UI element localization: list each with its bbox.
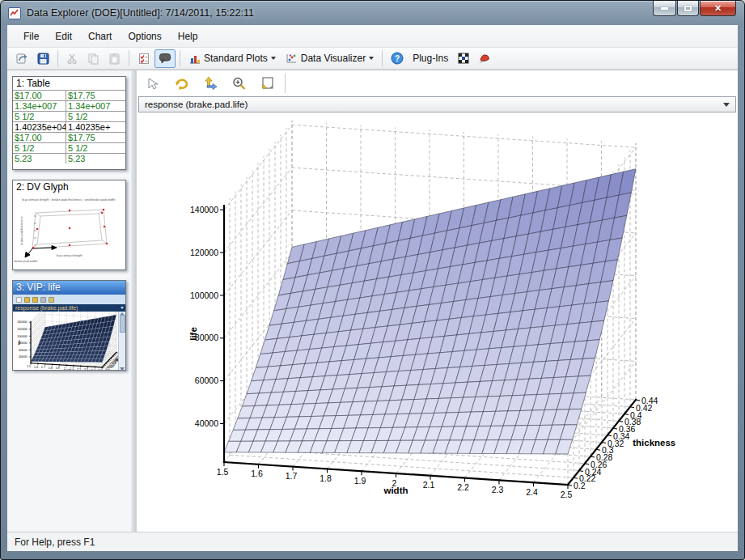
table-row[interactable]: $17.00$17.75 [13,132,125,142]
surface-plugin-button[interactable] [474,49,495,68]
annotation-button[interactable] [155,49,176,68]
paste-button[interactable] [104,49,125,68]
svg-text:1.7: 1.7 [286,471,298,481]
svg-text:2.3: 2.3 [84,368,88,371]
caption-buttons: ✕ [653,1,736,16]
mini-pan-icon [32,297,38,303]
data-visualizer-button[interactable]: Data Visualizer [281,49,378,68]
table-cell: $17.00 [13,133,66,142]
copy-icon [87,53,99,65]
mini-pointer-icon [16,297,22,303]
sidebar-panel-vip-life[interactable]: 3: VIP: life response (brake.pad.life) [12,280,126,371]
titlebar[interactable]: Data Explorer (DOE)[Untitled]: 7/14/2011… [1,1,744,25]
z-axis-label: life [188,327,198,341]
menu-item-file[interactable]: File [15,28,47,45]
scroll-thumb[interactable] [120,315,125,333]
glyph-x-label: b.p.contact.length [57,253,83,257]
rotate-icon [174,76,190,91]
scroll-down-icon[interactable] [120,367,125,371]
grid-matrix-icon [458,53,469,64]
vip-scrollbar[interactable] [118,312,125,371]
line-chart-icon [10,9,19,17]
pan-tool-button[interactable] [200,74,221,93]
svg-text:0.44: 0.44 [641,396,658,405]
table-row[interactable]: 5 1/25 1/2 [13,111,125,121]
matrix-plugin-button[interactable] [453,49,473,68]
table-cell: 1.34e+007 [13,101,66,111]
mini-rotate-icon [24,297,30,303]
open-icon [15,53,28,65]
sidebar-panel-dv-glyph[interactable]: 2: DV Glyph b.p.contact.length ; brake.p… [12,180,126,270]
menu-item-edit[interactable]: Edit [47,28,80,45]
sidebar: 1: Table $17.00$17.751.34e+0071.34e+0075… [7,70,131,532]
table-row[interactable]: 1.34e+0071.34e+007 [13,100,125,111]
chart-window: response (brake.pad.life) 40000600008000… [136,70,738,532]
chevron-down-icon [271,57,276,60]
chevron-down-icon [723,103,730,107]
z-axis-label: life [18,340,21,344]
toolbar-separator [180,50,180,66]
svg-text:1.5: 1.5 [27,365,31,368]
rotate-tool-button[interactable] [171,74,193,93]
surface-plot[interactable]: 4000060000800001000001200001400001.51.61… [137,114,733,528]
y-axis-label: thickness [633,438,675,448]
x-axis-label: width [61,370,71,371]
surface-mesh [224,169,636,454]
table-cell: $17.75 [66,133,125,142]
export-view-button[interactable] [256,74,277,93]
plugins-text: Plug-Ins [413,53,448,64]
svg-text:140000: 140000 [17,321,27,325]
menu-item-help[interactable]: Help [170,28,206,45]
svg-text:2.5: 2.5 [98,370,102,371]
mini-table: $17.00$17.751.34e+0071.34e+0075 1/25 1/2… [13,90,125,163]
minimize-icon [661,7,668,10]
standard-plots-button[interactable]: Standard Plots [184,49,280,68]
menu-item-chart[interactable]: Chart [80,28,120,45]
scissors-icon [66,53,78,65]
table-cell: 5 1/2 [13,112,66,121]
glyph-corner-label: brake.pad.width [15,259,37,263]
help-button[interactable]: ? [387,49,408,68]
open-button[interactable] [11,49,32,68]
svg-text:140000: 140000 [190,205,218,214]
table-row[interactable]: 1.40235e+0411.40235e+ [13,121,125,132]
vip-panel-title: 3: VIP: life [13,281,125,295]
svg-text:1.5: 1.5 [217,467,229,477]
menu-item-options[interactable]: Options [120,28,169,45]
table-row[interactable]: $17.00$17.75 [13,90,125,100]
table-row[interactable]: 5.235.23 [13,153,125,163]
table-cell: 5.23 [66,154,125,163]
pan-arrows-icon [202,76,218,91]
svg-text:80000: 80000 [195,333,218,342]
red-surface-icon [478,53,491,64]
data-visualizer-label: Data Visualizer [301,53,366,64]
checklist-button[interactable] [133,49,154,68]
vip-mini-selector: response (brake.pad.life) [13,304,125,312]
svg-text:40000: 40000 [19,355,27,358]
cut-button[interactable] [62,49,83,68]
copy-button[interactable] [83,49,104,68]
close-icon: ✕ [714,4,722,13]
checklist-icon [138,53,150,65]
svg-text:?: ? [395,54,400,63]
toolbar-separator [57,50,58,66]
table-row[interactable]: 5 1/25 1/2 [13,142,125,153]
pointer-tool-button[interactable] [143,74,164,93]
minimize-button[interactable] [653,1,676,16]
svg-text:2.3: 2.3 [492,485,504,494]
svg-text:60000: 60000 [19,349,27,352]
svg-text:60000: 60000 [195,375,218,385]
toolbar-separator [129,50,129,66]
paste-icon [108,53,121,65]
app-window: Data Explorer (DOE)[Untitled]: 7/14/2011… [0,0,745,560]
zoom-tool-button[interactable] [228,74,249,93]
sidebar-panel-table[interactable]: 1: Table $17.00$17.751.34e+0071.34e+0075… [12,76,126,170]
maximize-button[interactable] [677,1,699,16]
status-text: For Help, press F1 [15,537,95,548]
close-button[interactable]: ✕ [700,1,736,16]
save-button[interactable] [33,49,53,68]
svg-text:100000: 100000 [190,291,218,300]
response-selector[interactable]: response (brake.pad.life) [138,96,736,112]
svg-text:2.5: 2.5 [561,490,573,499]
svg-text:2.2: 2.2 [457,482,469,492]
